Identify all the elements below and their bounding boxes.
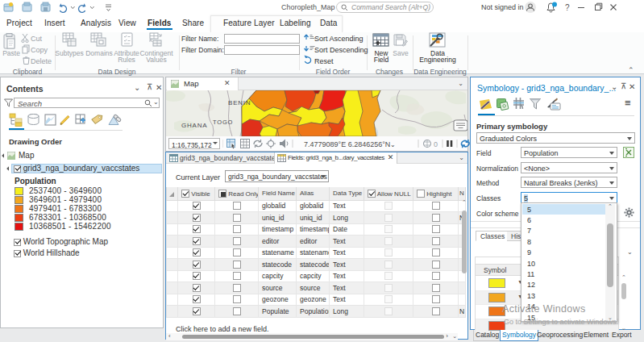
svg-text:?: ? bbox=[565, 3, 570, 12]
svg-text:GHANA: GHANA bbox=[181, 122, 207, 129]
svg-text:BENIN: BENIN bbox=[228, 99, 251, 106]
svg-text:0: 0 bbox=[434, 140, 438, 148]
svg-text:TOGO: TOGO bbox=[213, 119, 233, 126]
